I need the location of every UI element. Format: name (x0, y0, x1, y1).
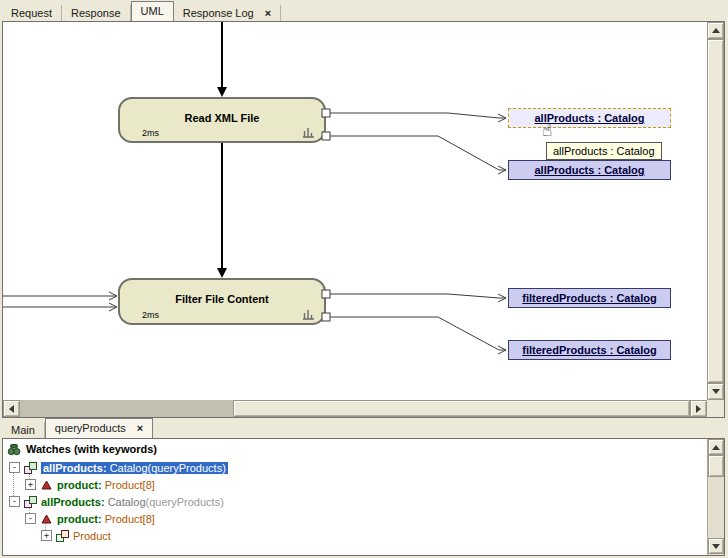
tooltip: allProducts : Catalog (546, 142, 662, 160)
node-duration: 2ms (142, 310, 159, 320)
node-title: Read XML File (120, 99, 324, 124)
tab-uml[interactable]: UML (131, 1, 174, 21)
node-filter-file-content[interactable]: Filter File Content 2ms (118, 278, 326, 325)
product-icon (40, 479, 53, 491)
up-arrow-icon (712, 28, 720, 33)
tab-response-log[interactable]: Response Log× (174, 5, 281, 21)
watches-scrollbar[interactable] (707, 439, 724, 555)
product-icon (40, 513, 53, 525)
timing-icon (302, 127, 315, 138)
diagram-viewport[interactable]: Read XML File 2ms Filter File Content 2m… (3, 22, 707, 400)
node-duration: 2ms (142, 128, 159, 138)
left-arrow-icon (9, 405, 14, 413)
scroll-right-button[interactable] (690, 400, 707, 417)
tab-response[interactable]: Response (62, 5, 131, 21)
watches-header: Watches (with keywords) (3, 439, 724, 459)
bottom-tabbar: Main queryProducts× (2, 418, 726, 438)
collapse-icon[interactable]: - (25, 513, 36, 524)
scroll-down-button[interactable] (708, 538, 724, 554)
watches-scroll-thumb[interactable] (708, 455, 724, 477)
watch-row-allproducts-1[interactable]: - allProducts: Catalog(queryProducts) (3, 459, 707, 476)
vertical-scroll-thumb[interactable] (707, 39, 724, 383)
scroll-up-button[interactable] (708, 439, 724, 455)
watch-row-product-1[interactable]: + product: Product[8] (3, 476, 707, 493)
close-tab-icon[interactable]: × (265, 7, 271, 19)
class-icon (56, 530, 69, 542)
expand-icon[interactable]: + (41, 530, 52, 541)
horizontal-scrollbar[interactable] (3, 400, 707, 417)
watch-row-product-2[interactable]: - product: Product[8] (3, 510, 707, 527)
output-allproducts-1[interactable]: allProducts : Catalog (508, 108, 671, 128)
node-read-xml-file[interactable]: Read XML File 2ms (118, 97, 326, 143)
watches-title: Watches (with keywords) (26, 443, 157, 455)
watch-row-allproducts-2[interactable]: - allProducts: Catalog(queryProducts) (3, 493, 707, 510)
watches-panel: Watches (with keywords) - allProducts: C… (2, 438, 725, 556)
output-filteredproducts-1[interactable]: filteredProducts : Catalog (508, 288, 671, 308)
watches-tree: - allProducts: Catalog(queryProducts) + … (3, 459, 707, 555)
scroll-down-button[interactable] (707, 383, 724, 400)
up-arrow-icon (712, 445, 720, 450)
right-arrow-icon (696, 405, 701, 413)
expand-icon[interactable]: + (25, 479, 36, 490)
output-allproducts-2[interactable]: allProducts : Catalog (508, 160, 671, 180)
timing-icon (302, 309, 315, 320)
down-arrow-icon (712, 544, 720, 549)
watch-row-product-type[interactable]: + Product (3, 527, 707, 544)
tab-main[interactable]: Main (2, 422, 45, 438)
collapse-icon[interactable]: - (9, 462, 20, 473)
vertical-scrollbar[interactable] (707, 22, 724, 400)
scroll-up-button[interactable] (707, 22, 724, 39)
diagram-canvas: Read XML File 2ms Filter File Content 2m… (2, 21, 725, 418)
selected-watch-text: allProducts: Catalog(queryProducts) (41, 462, 228, 474)
top-tabbar: Request Response UML Response Log× (0, 0, 728, 21)
catalog-icon (24, 462, 37, 474)
down-arrow-icon (712, 389, 720, 394)
collapse-icon[interactable]: - (9, 496, 20, 507)
watch-icon (7, 443, 21, 456)
tab-request[interactable]: Request (2, 5, 62, 21)
output-filteredproducts-2[interactable]: filteredProducts : Catalog (508, 340, 671, 360)
hand-cursor-icon: ☝ (542, 120, 552, 141)
scrollbar-corner (707, 400, 724, 417)
app-window: Request Response UML Response Log× Read … (0, 0, 728, 558)
horizontal-scroll-thumb[interactable] (233, 400, 690, 417)
node-title: Filter File Content (120, 280, 324, 305)
scroll-left-button[interactable] (3, 400, 20, 417)
tab-queryproducts[interactable]: queryProducts× (45, 418, 153, 438)
close-tab-icon[interactable]: × (137, 422, 143, 434)
catalog-icon (24, 496, 37, 508)
